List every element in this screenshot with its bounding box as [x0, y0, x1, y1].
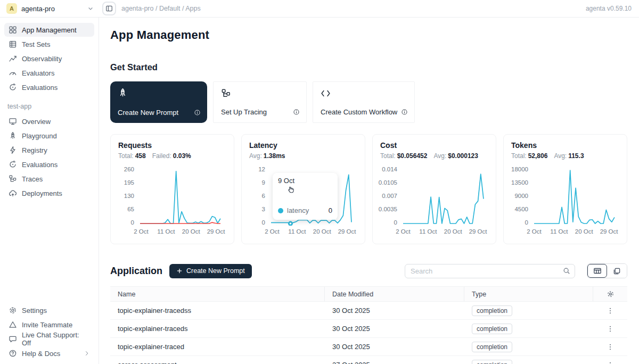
app-date-modified: 30 Oct 2025	[325, 307, 464, 315]
search-box	[405, 264, 575, 278]
triangle-icon	[9, 320, 17, 329]
sidebar-item-invite-teammate[interactable]: Invite Teammate	[4, 318, 94, 332]
page-title: App Management	[110, 28, 627, 42]
row-menu-button[interactable]	[603, 306, 617, 316]
help-icon	[9, 349, 17, 358]
column-header-type[interactable]: Type	[464, 287, 593, 301]
search-icon[interactable]	[563, 267, 570, 275]
sidebar-item-test-sets[interactable]: Test Sets	[4, 37, 94, 51]
sidebar-item-overview[interactable]: Overview	[4, 114, 94, 128]
sidebar-item-settings[interactable]: Settings	[4, 303, 94, 317]
get-started-heading: Get Started	[110, 62, 627, 72]
table-row-topic-explainer-tracedss[interactable]: topic-explainer-tracedss 30 Oct 2025 com…	[110, 302, 627, 320]
tooltip-row: latency 0	[278, 206, 332, 214]
tree-icon	[221, 88, 299, 99]
app-date-modified: 27 Oct 2025	[325, 361, 464, 364]
chart-plot[interactable]	[138, 166, 226, 226]
chevron-right-icon	[84, 350, 90, 357]
chart-title: Latency	[249, 141, 357, 150]
row-menu-button[interactable]	[603, 324, 617, 334]
sidebar-item-registry[interactable]: Registry	[4, 143, 94, 157]
applications-table: Name Date Modified Type topic-explainer-…	[110, 286, 627, 364]
sidebar-item-evaluations[interactable]: Evaluations	[4, 158, 94, 171]
chart-stats: Total:$0.056452Avg:$0.000123	[380, 152, 488, 160]
sidebar-collapse-button[interactable]	[102, 2, 116, 15]
card-view-button[interactable]	[607, 264, 627, 278]
chat-icon	[9, 335, 17, 343]
plus-icon	[176, 268, 183, 274]
sidebar-item-evaluations[interactable]: Evaluations	[4, 80, 94, 94]
card-view-icon	[613, 267, 621, 275]
series-dot	[278, 208, 283, 213]
type-badge: completion	[472, 305, 512, 316]
sidebar-item-traces[interactable]: Traces	[4, 172, 94, 186]
info-icon[interactable]	[401, 109, 408, 115]
table-row-career-assessment[interactable]: career-assessment 27 Oct 2025 completion	[110, 356, 627, 364]
sidebar-bottom: Settings Invite Teammate Live Chat Suppo…	[4, 303, 94, 361]
x-axis-labels: 2 Oct11 Oct20 Oct29 Oct	[140, 228, 226, 237]
sidebar-item-help-docs[interactable]: Help & Docs	[4, 346, 94, 360]
sidebar-item-app-management[interactable]: App Management	[4, 23, 94, 37]
get-started-card-create-new-prompt[interactable]: Create New Prompt	[110, 81, 207, 123]
app-date-modified: 30 Oct 2025	[325, 325, 464, 333]
column-header-date-modified[interactable]: Date Modified	[325, 287, 464, 301]
sidebar-item-deployments[interactable]: Deployments	[4, 186, 94, 200]
column-header-name[interactable]: Name	[110, 287, 325, 301]
table-row-topic-explainer-traceds[interactable]: topic-explainer-traceds 30 Oct 2025 comp…	[110, 320, 627, 338]
type-badge: completion	[472, 360, 512, 364]
get-started-card-set-up-tracing[interactable]: Set Up Tracing	[213, 81, 307, 123]
rocket-icon	[9, 131, 17, 140]
gauge-icon	[9, 69, 17, 77]
info-icon[interactable]	[293, 109, 300, 115]
create-new-prompt-button[interactable]: Create New Prompt	[169, 264, 252, 278]
view-toggle	[587, 263, 627, 278]
observability-icon	[9, 54, 17, 63]
test-sets-icon	[9, 40, 17, 48]
chevron-down-icon	[87, 5, 94, 12]
type-badge: completion	[472, 342, 512, 352]
app-version: agenta v0.59.10	[586, 5, 639, 12]
chart-plot[interactable]	[402, 166, 489, 226]
sidebar-item-playground[interactable]: Playground	[4, 129, 94, 143]
workspace-switcher[interactable]: A agenta-pro	[0, 3, 99, 14]
tooltip-date: 9 Oct	[278, 177, 332, 185]
workspace-avatar: A	[6, 3, 17, 14]
chart-card-cost: Cost Total:$0.056452Avg:$0.000123 0.0140…	[372, 134, 496, 244]
y-axis-labels: 260195130650	[118, 166, 138, 226]
sidebar: App Management Test Sets Observability E…	[0, 18, 99, 364]
chart-plot[interactable]	[532, 166, 620, 226]
cloud-icon	[9, 189, 17, 197]
app-date-modified: 30 Oct 2025	[325, 343, 464, 351]
search-input[interactable]	[411, 267, 560, 275]
chart-title: Requests	[118, 141, 226, 150]
row-menu-button[interactable]	[603, 360, 617, 364]
table-view-icon	[593, 267, 602, 275]
table-view-button[interactable]	[587, 264, 607, 278]
rocket-icon	[118, 88, 200, 98]
table-row-topic-explainer-traced[interactable]: topic-explainer-traced 30 Oct 2025 compl…	[110, 338, 627, 356]
bolt-icon	[9, 146, 17, 154]
sidebar-item-evaluators[interactable]: Evaluators	[4, 66, 94, 80]
chart-card-tokens: Tokens Total:52,806Avg:115.3 18000135009…	[503, 134, 627, 244]
table-header: Name Date Modified Type	[110, 286, 627, 302]
evaluations-icon	[9, 160, 17, 169]
chart-title: Tokens	[511, 141, 619, 150]
sidebar-item-observability[interactable]: Observability	[4, 52, 94, 65]
chart-card-latency: Latency Avg:1.38ms 129630 2 Oct11 Oct20 …	[241, 134, 365, 244]
code-icon	[321, 88, 407, 99]
sidebar-item-live-chat-support-off[interactable]: Live Chat Support: Off	[4, 332, 94, 346]
x-axis-labels: 2 Oct11 Oct20 Oct29 Oct	[402, 228, 488, 237]
app-name: topic-explainer-traceds	[110, 325, 325, 333]
info-icon[interactable]	[194, 109, 201, 116]
x-axis-labels: 2 Oct11 Oct20 Oct29 Oct	[532, 228, 619, 237]
chart-stats: Total:458Failed:0.03%	[118, 152, 226, 160]
breadcrumb[interactable]: agenta-pro / Default / Apps	[121, 5, 586, 12]
row-menu-button[interactable]	[603, 342, 617, 352]
tree-icon	[9, 175, 17, 183]
get-started-card-create-custom-workflow[interactable]: Create Custom Workflow	[313, 81, 415, 123]
panel-left-icon	[105, 5, 113, 12]
type-badge: completion	[472, 324, 512, 334]
table-settings[interactable]	[593, 287, 627, 301]
hand-pointer-icon	[286, 186, 294, 194]
sidebar-section-label: test-app	[7, 103, 94, 110]
